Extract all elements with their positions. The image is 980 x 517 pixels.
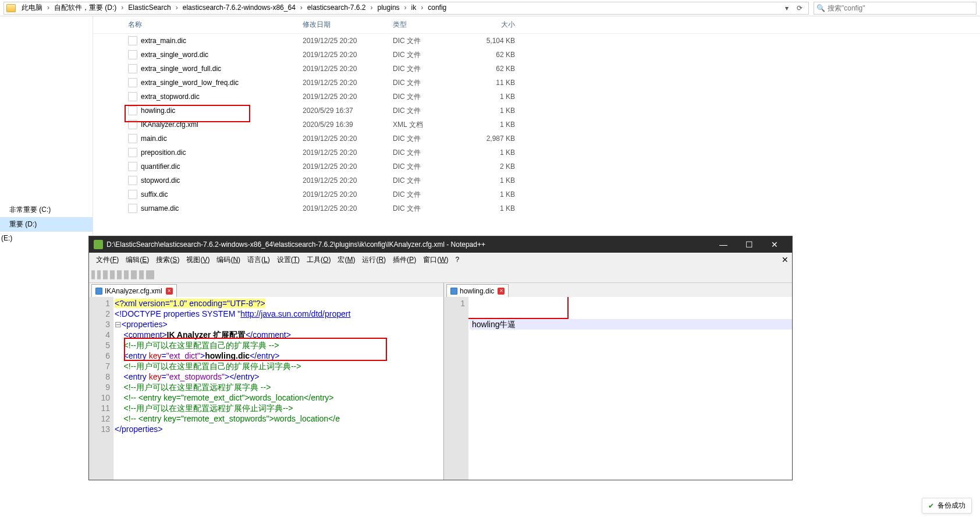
drive-c[interactable]: 非常重要 (C:) bbox=[0, 203, 93, 217]
toolbar-button[interactable] bbox=[143, 270, 144, 279]
file-date: 2020/5/29 16:39 bbox=[303, 121, 393, 129]
file-type: DIC 文件 bbox=[393, 134, 463, 144]
menu-item[interactable]: 宏(M) bbox=[334, 256, 358, 264]
toolbar[interactable] bbox=[89, 267, 792, 283]
file-type: DIC 文件 bbox=[393, 36, 463, 46]
tab-label: howling.dic bbox=[460, 287, 494, 295]
drive-e[interactable]: (E:) bbox=[0, 232, 93, 245]
breadcrumb-segment[interactable]: 此电脑 bbox=[18, 3, 46, 12]
file-row[interactable]: surname.dic2019/12/25 20:20DIC 文件1 KB bbox=[93, 201, 980, 215]
file-icon bbox=[128, 106, 137, 115]
menu-item[interactable]: 窗口(W) bbox=[420, 256, 452, 264]
menu-item[interactable]: ? bbox=[452, 256, 463, 264]
left-tabstrip[interactable]: IKAnalyzer.cfg.xml × bbox=[89, 283, 443, 297]
file-row[interactable]: extra_single_word_full.dic2019/12/25 20:… bbox=[93, 62, 980, 76]
breadcrumb-segment[interactable]: config bbox=[424, 3, 450, 12]
file-row[interactable]: stopword.dic2019/12/25 20:20DIC 文件1 KB bbox=[93, 173, 980, 187]
toolbar-button[interactable] bbox=[94, 270, 95, 279]
tab-ikanalyzer[interactable]: IKAnalyzer.cfg.xml × bbox=[91, 284, 177, 297]
file-type: DIC 文件 bbox=[393, 162, 463, 172]
file-size: 1 KB bbox=[463, 121, 515, 129]
file-list-header[interactable]: 名称 修改日期 类型 大小 bbox=[93, 16, 980, 34]
file-date: 2020/5/29 16:37 bbox=[303, 107, 393, 115]
menu-item[interactable]: 编辑(E) bbox=[122, 256, 152, 264]
file-type: DIC 文件 bbox=[393, 176, 463, 186]
col-name[interactable]: 名称 bbox=[128, 20, 303, 30]
folder-icon bbox=[6, 4, 16, 12]
search-input[interactable] bbox=[828, 4, 974, 12]
app-icon bbox=[94, 240, 103, 249]
menu-item[interactable]: 语言(L) bbox=[244, 256, 274, 264]
tab-close-icon[interactable]: × bbox=[498, 288, 505, 295]
maximize-button[interactable]: ☐ bbox=[736, 236, 762, 253]
right-tabstrip[interactable]: howling.dic × bbox=[444, 283, 792, 297]
close-button[interactable]: ✕ bbox=[762, 236, 787, 253]
file-name: quantifier.dic bbox=[141, 162, 303, 171]
search-box[interactable]: 🔍 bbox=[814, 2, 977, 15]
menu-item[interactable]: 设置(T) bbox=[274, 256, 303, 264]
col-size[interactable]: 大小 bbox=[463, 20, 515, 30]
file-row[interactable]: extra_single_word_low_freq.dic2019/12/25… bbox=[93, 76, 980, 90]
file-row[interactable]: howling.dic2020/5/29 16:37DIC 文件1 KB bbox=[93, 104, 980, 118]
code-editor-left[interactable]: 12345678910111213 <?xml version="1.0" en… bbox=[89, 297, 443, 480]
file-name: stopword.dic bbox=[141, 176, 303, 185]
refresh-icon[interactable]: ⟳ bbox=[793, 2, 806, 14]
file-date: 2019/12/25 20:20 bbox=[303, 190, 393, 199]
file-row[interactable]: quantifier.dic2019/12/25 20:20DIC 文件2 KB bbox=[93, 160, 980, 173]
file-icon bbox=[128, 78, 137, 87]
menu-bar[interactable]: 文件(F)编辑(E)搜索(S)视图(V)编码(N)语言(L)设置(T)工具(O)… bbox=[89, 253, 792, 267]
file-list[interactable]: 名称 修改日期 类型 大小 extra_main.dic2019/12/25 2… bbox=[93, 16, 980, 242]
address-dropdown-icon[interactable]: ▾ bbox=[780, 2, 793, 14]
file-row[interactable]: IKAnalyzer.cfg.xml2020/5/29 16:39XML 文档1… bbox=[93, 118, 980, 132]
line-numbers: 1 bbox=[444, 297, 468, 480]
menu-item[interactable]: 搜索(S) bbox=[152, 256, 183, 264]
toolbar-button[interactable] bbox=[120, 270, 122, 279]
breadcrumb-segment[interactable]: ElasticSearch bbox=[125, 3, 174, 12]
file-size: 1 KB bbox=[463, 107, 515, 115]
address-bar[interactable]: 此电脑自配软件，重要 (D:)ElasticSearchelasticsearc… bbox=[3, 2, 809, 15]
file-row[interactable]: suffix.dic2019/12/25 20:20DIC 文件1 KB bbox=[93, 187, 980, 201]
breadcrumb-segment[interactable]: ik bbox=[408, 3, 420, 12]
menu-item[interactable]: 插件(P) bbox=[389, 256, 420, 264]
file-date: 2019/12/25 20:20 bbox=[303, 162, 393, 171]
breadcrumb-segment[interactable]: plugins bbox=[374, 3, 403, 12]
file-name: extra_single_word.dic bbox=[141, 51, 303, 59]
toolbar-button[interactable] bbox=[153, 270, 154, 279]
menu-item[interactable]: 运行(R) bbox=[358, 256, 389, 264]
file-row[interactable]: preposition.dic2019/12/25 20:20DIC 文件1 K… bbox=[93, 146, 980, 160]
file-row[interactable]: main.dic2019/12/25 20:20DIC 文件2,987 KB bbox=[93, 132, 980, 146]
file-date: 2019/12/25 20:20 bbox=[303, 204, 393, 213]
file-row[interactable]: extra_main.dic2019/12/25 20:20DIC 文件5,10… bbox=[93, 34, 980, 48]
file-row[interactable]: extra_stopword.dic2019/12/25 20:20DIC 文件… bbox=[93, 90, 980, 104]
file-name: howling.dic bbox=[141, 107, 303, 115]
drive-d[interactable]: 重要 (D:) bbox=[0, 217, 93, 232]
doc-close-icon[interactable]: ✕ bbox=[782, 255, 789, 264]
minimize-button[interactable]: — bbox=[711, 236, 736, 253]
toolbar-button[interactable] bbox=[127, 270, 129, 279]
menu-item[interactable]: 工具(O) bbox=[303, 256, 334, 264]
breadcrumb-segment[interactable]: elasticsearch-7.6.2 bbox=[304, 3, 370, 12]
toolbar-button[interactable] bbox=[100, 270, 101, 279]
title-bar[interactable]: D:\ElasticSearch\elasticsearch-7.6.2-win… bbox=[89, 236, 792, 253]
breadcrumb-segment[interactable]: 自配软件，重要 (D:) bbox=[51, 3, 120, 12]
file-row[interactable]: extra_single_word.dic2019/12/25 20:20DIC… bbox=[93, 48, 980, 62]
menu-item[interactable]: 文件(F) bbox=[93, 256, 122, 264]
breadcrumb-segment[interactable]: elasticsearch-7.6.2-windows-x86_64 bbox=[179, 3, 299, 12]
file-date: 2019/12/25 20:20 bbox=[303, 65, 393, 73]
file-icon bbox=[128, 176, 137, 185]
file-type: DIC 文件 bbox=[393, 92, 463, 102]
col-date[interactable]: 修改日期 bbox=[303, 20, 393, 30]
menu-item[interactable]: 编码(N) bbox=[213, 256, 244, 264]
tab-close-icon[interactable]: × bbox=[166, 288, 173, 295]
file-size: 5,104 KB bbox=[463, 37, 515, 45]
toolbar-button[interactable] bbox=[136, 270, 137, 279]
col-type[interactable]: 类型 bbox=[393, 20, 463, 30]
menu-item[interactable]: 视图(V) bbox=[183, 256, 213, 264]
toolbar-button[interactable] bbox=[106, 270, 108, 279]
file-size: 1 KB bbox=[463, 204, 515, 213]
toolbar-button[interactable] bbox=[113, 270, 115, 279]
tab-howling[interactable]: howling.dic × bbox=[446, 284, 509, 297]
code-editor-right[interactable]: 1 howling牛逼 bbox=[444, 297, 792, 480]
save-icon bbox=[95, 288, 102, 295]
file-size: 2,987 KB bbox=[463, 134, 515, 143]
